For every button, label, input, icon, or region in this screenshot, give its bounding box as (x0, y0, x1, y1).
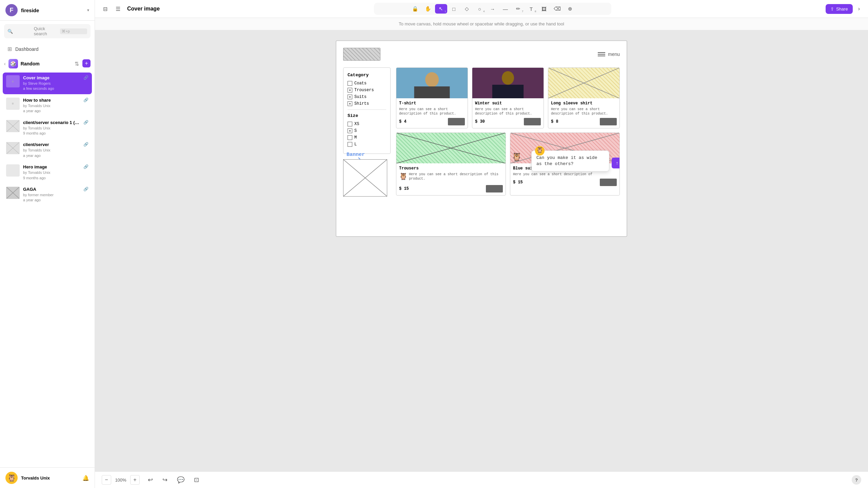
chevron-down-icon[interactable]: ▾ (87, 8, 89, 13)
tshirt-photo-svg (396, 68, 468, 98)
sort-button[interactable]: ⇅ (73, 59, 80, 68)
tshirt-body: T-shirt Here you can see a short descrip… (396, 98, 468, 128)
file-item-cover-image[interactable]: ≡ Cover image by Steve Rogersa few secon… (3, 73, 92, 94)
winter-suit-add-button[interactable] (524, 118, 541, 125)
banner-x-svg (343, 160, 387, 196)
label-m: M (354, 135, 357, 140)
tshirt-add-button[interactable] (448, 118, 465, 125)
trousers-add-button[interactable] (486, 185, 503, 192)
file-item-client-server-backup[interactable]: client/server scenario 1 (backup) by Tor… (3, 117, 92, 139)
product-grid-row2: Trousers 🦉 Here you can see a short desc… (396, 133, 620, 196)
notification-bell-icon[interactable]: 🔔 (82, 475, 89, 481)
zoom-out-button[interactable]: − (102, 475, 111, 485)
file-title-client-server: client/server (23, 142, 80, 147)
toggle-panel-button[interactable]: ⊟ (100, 4, 110, 14)
wireframe-filter-sidebar: Category Coats ✕ Trousers ✕ Suits (343, 67, 391, 197)
user-avatar: 🦉 (5, 472, 18, 484)
tshirt-name: T-shirt (399, 101, 465, 106)
bottom-actions: ↩ ↪ 💬 ⊡ (145, 474, 202, 485)
arrow-tool-button[interactable]: → (487, 4, 499, 14)
connector-tool-button[interactable]: ⊕ (564, 4, 576, 14)
pen-tool-button[interactable]: ✏7 (512, 4, 525, 14)
wireframe-frame: menu Category Coats ✕ Trousers (336, 40, 627, 237)
tool-palette: 🔒 ✋ ↖1 □ ◇ ○4 → — ✏7 T8 🖼 ⌫ ⊕ (374, 3, 611, 15)
filter-item-shirts: ✕ Shirts (348, 101, 386, 106)
product-grid-row1: T-shirt Here you can see a short descrip… (396, 67, 620, 128)
commenter-avatar: 🦉 (535, 146, 545, 156)
winter-suit-desc: Here you can see a short description of … (475, 107, 541, 116)
winter-suit-name: Winter suit (475, 101, 541, 106)
project-name: Random (21, 61, 71, 66)
checkbox-shirts: ✕ (348, 101, 352, 106)
line-tool-button[interactable]: — (499, 4, 512, 14)
comment-button[interactable]: 💬 (174, 474, 187, 485)
sidebar-item-dashboard[interactable]: ⊞ Dashboard (4, 43, 91, 55)
hand-tool-button[interactable]: ✋ (422, 4, 434, 14)
file-item-client-server[interactable]: client/server by Torvalds Unixa year ago… (3, 139, 92, 161)
file-info-client-server: client/server by Torvalds Unixa year ago (23, 142, 80, 158)
undo-button[interactable]: ↩ (145, 474, 156, 485)
zoom-in-button[interactable]: + (130, 475, 140, 485)
blue-suit-add-button[interactable] (600, 179, 617, 186)
add-file-button[interactable]: + (82, 59, 91, 67)
svg-rect-18 (492, 85, 524, 98)
file-thumb-hero-image (6, 164, 20, 177)
zoom-control: − 100% + (102, 475, 140, 485)
checkbox-trousers: ✕ (348, 88, 352, 93)
diamond-tool-button[interactable]: ◇ (461, 4, 473, 14)
rect-tool-button[interactable]: □ (448, 4, 460, 14)
image-tool-button[interactable]: 🖼 (538, 4, 550, 14)
hamburger-menu-button[interactable]: ☰ (113, 4, 123, 14)
file-thumb-cover-image: ≡ (6, 75, 20, 87)
file-thumb-client-server-backup (6, 120, 20, 132)
trousers-commenter-avatar: 🦉 (399, 172, 408, 181)
winter-suit-footer: $ 30 (475, 118, 541, 125)
filter-item-suits: ✕ Suits (348, 95, 386, 99)
trousers-body: Trousers 🦉 Here you can see a short desc… (396, 163, 506, 195)
link-icon-client-server-backup: 🔗 (83, 120, 88, 125)
label-xs: XS (354, 122, 359, 126)
long-sleeve-price: $ 8 (551, 119, 558, 124)
select-tool-button[interactable]: ↖1 (435, 4, 447, 14)
long-sleeve-body: Long sleeve shirt Here you can see a sho… (548, 98, 619, 128)
back-button[interactable]: ‹ (4, 61, 6, 66)
present-button[interactable]: ⊡ (191, 474, 202, 485)
dashboard-label: Dashboard (15, 46, 39, 52)
product-card-trousers: Trousers 🦉 Here you can see a short desc… (396, 133, 506, 196)
zoom-value: 100% (114, 477, 127, 483)
file-item-how-to-share[interactable]: ≡ How to share by Torvalds Unixa year ag… (3, 95, 92, 117)
canvas-hint-text: To move canvas, hold mouse wheel or spac… (399, 21, 564, 26)
canvas-hint: To move canvas, hold mouse wheel or spac… (95, 18, 868, 30)
label-suits: Suits (354, 95, 367, 99)
canvas-area[interactable]: menu Category Coats ✕ Trousers (95, 30, 868, 471)
lock-tool-button[interactable]: 🔒 (409, 4, 421, 14)
long-sleeve-add-button[interactable] (600, 118, 617, 125)
help-button[interactable]: ? (852, 475, 861, 485)
share-button[interactable]: ⇧ Share (826, 4, 853, 14)
file-meta-client-server-backup: by Torvalds Unix9 months ago (23, 126, 80, 136)
trousers-desc: Here you can see a short description of … (409, 172, 503, 181)
file-item-gaga[interactable]: GAGA by former membera year ago 🔗 (3, 184, 92, 206)
winter-suit-body: Winter suit Here you can see a short des… (472, 98, 544, 128)
redo-button[interactable]: ↪ (160, 474, 170, 485)
wireframe-menu-label: menu (608, 52, 620, 57)
sidebar-header: F fireside ▾ (0, 0, 95, 21)
text-tool-button[interactable]: T8 (525, 4, 537, 14)
file-thumb-gaga (6, 187, 20, 199)
file-info-client-server-backup: client/server scenario 1 (backup) by Tor… (23, 120, 80, 136)
file-title-cover-image: Cover image (23, 75, 80, 80)
text-tool-badge: 8 (535, 10, 536, 13)
search-icon: 🔍 (7, 29, 31, 34)
circle-tool-button[interactable]: ○4 (474, 4, 486, 14)
file-thumb-client-server (6, 142, 20, 154)
label-trousers: Trousers (354, 88, 374, 93)
file-item-hero-image[interactable]: Hero image by Torvalds Unix9 months ago … (3, 162, 92, 183)
blue-suit-desc: Here you can see a short description of (513, 172, 617, 177)
file-thumb-gaga-svg (6, 187, 20, 199)
send-comment-button[interactable]: ↑ (612, 158, 620, 168)
search-bar[interactable]: 🔍 Quick search ⌘+p (4, 24, 91, 38)
label-s: S (354, 128, 357, 133)
share-icon: ⇧ (830, 6, 834, 12)
eraser-tool-button[interactable]: ⌫ (551, 4, 564, 14)
collapse-panel-button[interactable]: › (855, 4, 863, 14)
